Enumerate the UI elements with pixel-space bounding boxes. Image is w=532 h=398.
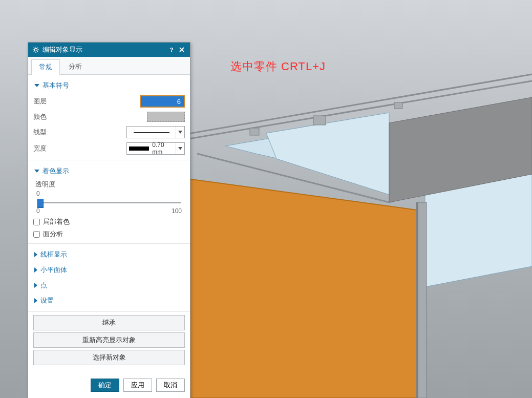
transparency-label: 透明度: [35, 180, 183, 190]
chevron-right-icon: [34, 298, 37, 303]
chevron-down-icon: [176, 127, 184, 138]
close-button[interactable]: [177, 45, 187, 55]
width-combo[interactable]: 0.70 mm: [126, 142, 185, 155]
section-label: 线框显示: [40, 250, 67, 259]
svg-line-24: [34, 51, 34, 52]
annotation-text: 选中零件 CRTL+J: [230, 59, 326, 74]
edit-object-display-dialog: 编辑对象显示 ? 常规 分析 基本符号 图层 颜色 线型 宽度: [28, 42, 190, 398]
svg-point-17: [34, 48, 37, 51]
color-label: 颜色: [33, 112, 147, 121]
width-label: 宽度: [33, 144, 126, 153]
svg-rect-13: [313, 116, 326, 125]
section-shaded-display[interactable]: 着色显示: [33, 163, 185, 179]
select-new-object-button[interactable]: 选择新对象: [33, 350, 185, 365]
local-shading-label: 局部着色: [43, 217, 70, 226]
svg-rect-12: [250, 128, 259, 135]
help-button[interactable]: ?: [166, 45, 177, 55]
section-point[interactable]: 点: [33, 278, 185, 293]
dialog-footer: 确定 应用 取消: [28, 372, 190, 398]
section-facet[interactable]: 小平面体: [33, 262, 185, 278]
inherit-button[interactable]: 继承: [33, 315, 185, 330]
section-label: 小平面体: [40, 265, 67, 275]
dialog-titlebar[interactable]: 编辑对象显示 ?: [28, 43, 190, 57]
tab-general[interactable]: 常规: [31, 59, 60, 75]
svg-marker-29: [178, 131, 182, 134]
section-label: 点: [40, 281, 47, 290]
section-label: 基本符号: [42, 81, 69, 90]
lineweight-preview: [129, 146, 149, 151]
layer-label: 图层: [33, 97, 140, 106]
chevron-right-icon: [34, 252, 37, 257]
face-analysis-checkbox[interactable]: [33, 231, 40, 238]
local-shading-checkbox[interactable]: [33, 219, 40, 225]
svg-text:?: ?: [170, 47, 174, 53]
layer-input[interactable]: [140, 95, 185, 108]
section-settings[interactable]: 设置: [33, 293, 185, 308]
svg-rect-14: [394, 102, 402, 109]
slider-thumb[interactable]: [37, 199, 44, 208]
svg-marker-5: [266, 113, 389, 195]
linetype-combo[interactable]: [126, 126, 185, 138]
section-label: 着色显示: [42, 166, 69, 176]
rehighlight-button[interactable]: 重新高亮显示对象: [33, 332, 185, 348]
chevron-down-icon: [34, 84, 39, 87]
cancel-button[interactable]: 取消: [156, 379, 185, 392]
face-analysis-label: 面分析: [43, 229, 63, 239]
slider-max: 100: [172, 207, 182, 215]
apply-button[interactable]: 应用: [123, 379, 152, 392]
slider-min: 0: [36, 207, 40, 215]
svg-rect-9: [417, 202, 427, 398]
dialog-tabs: 常规 分析: [28, 57, 190, 75]
svg-line-25: [37, 48, 38, 48]
svg-marker-8: [154, 174, 417, 398]
svg-marker-30: [178, 147, 182, 150]
width-value: 0.70 mm: [152, 141, 174, 156]
svg-line-22: [34, 48, 34, 48]
ok-button[interactable]: 确定: [91, 379, 119, 392]
chevron-right-icon: [34, 283, 37, 288]
chevron-down-icon: [34, 170, 39, 173]
transparency-tick: 0: [35, 190, 183, 197]
section-basic-symbol[interactable]: 基本符号: [33, 78, 185, 93]
section-wireframe[interactable]: 线框显示: [33, 247, 185, 262]
tab-analysis[interactable]: 分析: [61, 59, 90, 74]
dialog-title: 编辑对象显示: [42, 45, 166, 54]
gear-icon: [32, 46, 39, 53]
chevron-right-icon: [34, 267, 37, 273]
transparency-slider[interactable]: [37, 198, 181, 207]
svg-line-23: [37, 51, 38, 52]
linetype-preview: [134, 132, 169, 133]
chevron-down-icon: [176, 143, 184, 154]
section-label: 设置: [40, 296, 54, 305]
color-swatch[interactable]: [147, 112, 185, 122]
linetype-label: 线型: [33, 128, 126, 137]
